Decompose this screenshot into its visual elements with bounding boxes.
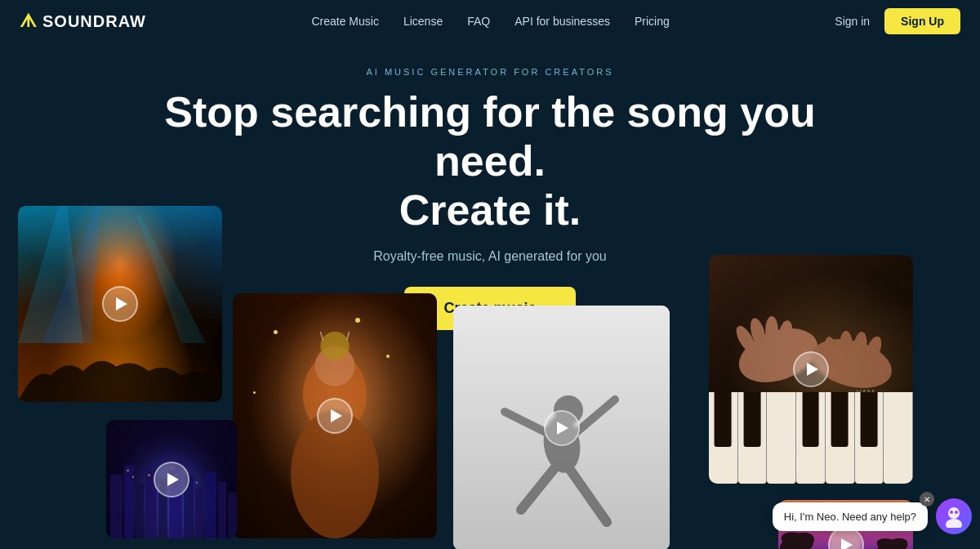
thumb-city-overlay	[106, 420, 237, 538]
neo-chat-widget: ✕ Hi, I'm Neo. Need any help?	[773, 498, 972, 534]
play-button-dancer[interactable]	[544, 410, 580, 446]
svg-point-3	[303, 354, 367, 434]
play-button-disco[interactable]	[317, 398, 353, 434]
svg-line-12	[505, 412, 554, 436]
white-key-1	[709, 392, 738, 484]
black-key-1	[715, 392, 732, 447]
hero-title: Stop searching for the song you need. Cr…	[163, 88, 817, 234]
white-key-2	[738, 392, 768, 484]
navbar: ᗑ SOUNDRAW Create Music License FAQ API …	[0, 0, 980, 42]
svg-point-11	[554, 395, 583, 425]
nav-create-music[interactable]: Create Music	[311, 15, 378, 28]
svg-rect-43	[196, 481, 198, 483]
black-key-3	[802, 392, 819, 447]
svg-line-15	[568, 467, 607, 522]
svg-rect-33	[184, 474, 194, 538]
black-key-4	[831, 392, 849, 447]
sparkle-4	[253, 391, 256, 394]
svg-point-5	[314, 346, 354, 386]
svg-rect-29	[136, 483, 144, 538]
disco-figure	[253, 330, 416, 538]
svg-rect-38	[127, 469, 129, 471]
svg-line-13	[577, 399, 615, 432]
svg-rect-32	[169, 460, 182, 538]
nav-pricing[interactable]: Pricing	[635, 15, 670, 28]
hero-title-line1: Stop searching for the song you need.	[164, 88, 815, 185]
svg-text:YAM: YAM	[856, 388, 875, 398]
create-music-button[interactable]: Create music	[404, 287, 575, 330]
hero-section: AI MUSIC GENERATOR FOR CREATORS Stop sea…	[0, 42, 980, 346]
svg-point-50	[875, 535, 907, 549]
tagline: AI MUSIC GENERATOR FOR CREATORS	[366, 67, 613, 77]
svg-point-53	[950, 511, 953, 514]
svg-point-52	[946, 519, 962, 528]
neo-avatar-icon	[942, 505, 965, 528]
white-key-5	[826, 392, 855, 484]
logo-text: SOUNDRAW	[42, 12, 146, 31]
hero-title-line2: Create it.	[399, 186, 581, 234]
black-key-5	[861, 392, 878, 447]
svg-line-14	[521, 467, 555, 510]
nav-api[interactable]: API for businesses	[514, 15, 610, 28]
thumb-city-bg	[106, 420, 237, 538]
piano-keys-visual	[709, 392, 913, 484]
svg-point-51	[948, 507, 960, 519]
hero-subtitle: Royalty-free music, AI generated for you	[373, 249, 606, 264]
white-key-4	[796, 392, 826, 484]
neo-close-button[interactable]: ✕	[920, 492, 934, 507]
svg-rect-40	[171, 466, 173, 468]
svg-rect-36	[218, 481, 226, 538]
svg-rect-45	[795, 546, 800, 550]
play-button-piano[interactable]	[793, 351, 829, 387]
nav-license[interactable]: License	[403, 15, 443, 28]
svg-rect-42	[148, 474, 150, 475]
svg-rect-31	[158, 479, 167, 538]
logo[interactable]: ᗑ SOUNDRAW	[20, 11, 146, 32]
svg-point-10	[540, 413, 583, 475]
logo-icon: ᗑ	[20, 11, 38, 32]
city-skyline	[106, 456, 237, 539]
svg-rect-27	[110, 474, 122, 538]
neo-chat-bubble: Hi, I'm Neo. Need any help?	[773, 502, 928, 531]
dancer-silhouette	[475, 346, 648, 542]
white-key-3	[767, 392, 796, 484]
sparkle-2	[386, 355, 390, 358]
play-button-city[interactable]	[154, 462, 189, 498]
white-key-6	[855, 392, 884, 484]
nav-actions: Sign in Sign Up	[835, 8, 960, 34]
nav-faq[interactable]: FAQ	[467, 15, 490, 28]
svg-rect-37	[228, 493, 237, 538]
svg-point-49	[871, 533, 911, 549]
svg-rect-39	[132, 475, 134, 477]
sign-up-button[interactable]: Sign Up	[884, 8, 960, 34]
svg-rect-30	[145, 469, 157, 538]
black-key-2	[744, 392, 761, 447]
sign-in-button[interactable]: Sign in	[835, 15, 870, 28]
nav-links: Create Music License FAQ API for busines…	[311, 15, 669, 28]
white-key-7	[884, 392, 913, 484]
neo-avatar[interactable]	[936, 498, 972, 534]
svg-point-54	[955, 511, 958, 514]
svg-point-4	[291, 410, 379, 538]
svg-rect-41	[176, 474, 177, 475]
svg-rect-34	[195, 488, 203, 538]
thumb-city-night[interactable]	[106, 420, 237, 538]
svg-rect-35	[205, 472, 216, 538]
svg-rect-28	[124, 465, 134, 538]
